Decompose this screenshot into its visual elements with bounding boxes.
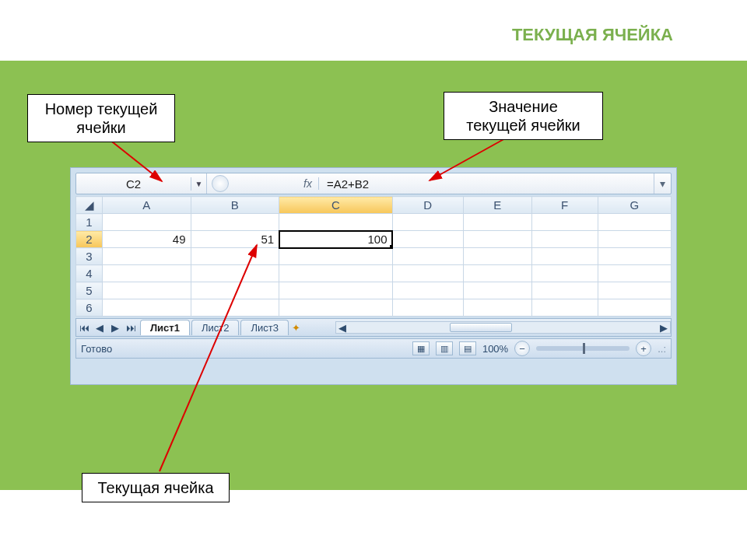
cell-F1[interactable] [531,214,598,231]
status-bar: Готово ▦ ▥ ▤ 100% − + ..: [75,338,672,359]
cell-C6[interactable] [279,299,392,317]
name-box-dropdown-icon[interactable]: ▼ [191,173,207,194]
cell-F6[interactable] [531,299,598,317]
cell-B3[interactable] [191,248,279,265]
cell-C3[interactable] [279,248,392,265]
formula-input[interactable]: =A2+B2 [319,177,654,191]
cell-C5[interactable] [279,282,392,299]
col-header-G[interactable]: G [598,197,671,214]
cell-A2[interactable]: 49 [103,231,191,248]
scroll-thumb[interactable] [450,323,512,332]
normal-view-icon[interactable]: ▦ [412,341,430,355]
col-header-F[interactable]: F [531,197,598,214]
formula-bar: C2 ▼ fx =A2+B2 ▾ [75,173,672,194]
row-header-2[interactable]: 2 [76,231,103,248]
status-ready: Готово [81,343,112,355]
worksheet-grid[interactable]: ◢ A B C D E F G 1 2 49 [75,196,672,317]
select-all-corner[interactable]: ◢ [76,197,103,214]
last-sheet-icon[interactable]: ⏭ [123,322,139,334]
cell-D2[interactable] [392,231,463,248]
sheet-tab-1[interactable]: Лист1 [140,320,190,335]
cell-F5[interactable] [531,282,598,299]
cell-E4[interactable] [463,265,531,282]
excel-window: C2 ▼ fx =A2+B2 ▾ ◢ A B C D E F G 1 [70,167,677,385]
cell-F4[interactable] [531,265,598,282]
name-box[interactable]: C2 [76,177,191,191]
new-sheet-icon[interactable]: ✦ [289,322,304,334]
sheet-tab-2[interactable]: Лист2 [191,320,239,335]
page-title: ТЕКУЩАЯ ЯЧЕЙКА [512,25,673,45]
sheet-tab-3[interactable]: Лист3 [240,320,288,335]
callout-formula-value: Значениетекущей ячейки [444,92,603,140]
cell-B4[interactable] [191,265,279,282]
scroll-left-icon[interactable]: ◀ [336,322,349,334]
col-header-E[interactable]: E [463,197,531,214]
zoom-in-icon[interactable]: + [636,341,651,356]
row-header-3[interactable]: 3 [76,248,103,265]
fx-icon[interactable]: fx [233,177,319,190]
scroll-right-icon[interactable]: ▶ [658,322,670,334]
cell-C4[interactable] [279,265,392,282]
cell-G1[interactable] [598,214,671,231]
callout-active-cell: Текущая ячейка [82,473,230,502]
cell-A3[interactable] [103,248,191,265]
sheet-tabs-row: ⏮ ◀ ▶ ⏭ Лист1 Лист2 Лист3 ✦ ◀ ▶ [75,318,672,337]
cell-G4[interactable] [598,265,671,282]
row-header-1[interactable]: 1 [76,214,103,231]
expand-formula-bar-icon[interactable]: ▾ [654,173,671,194]
callout-name-box: Номер текущейячейки [27,94,175,142]
cancel-formula-icon[interactable] [212,175,229,192]
row-header-5[interactable]: 5 [76,282,103,299]
cell-A6[interactable] [103,299,191,317]
resize-grip-icon[interactable]: ..: [658,343,666,355]
first-sheet-icon[interactable]: ⏮ [76,322,92,334]
zoom-slider[interactable] [536,346,630,351]
horizontal-scrollbar[interactable]: ◀ ▶ [335,321,671,334]
cell-F2[interactable] [531,231,598,248]
zoom-level[interactable]: 100% [482,343,508,355]
cell-E1[interactable] [463,214,531,231]
cell-C1[interactable] [279,214,392,231]
cell-B2[interactable]: 51 [191,231,279,248]
cell-D5[interactable] [392,282,463,299]
cell-E2[interactable] [463,231,531,248]
cell-C2[interactable]: 100 [279,231,392,248]
cell-G6[interactable] [598,299,671,317]
row-header-6[interactable]: 6 [76,299,103,317]
zoom-out-icon[interactable]: − [514,341,530,356]
cell-E6[interactable] [463,299,531,317]
col-header-A[interactable]: A [103,197,191,214]
cell-D3[interactable] [392,248,463,265]
cell-A1[interactable] [103,214,191,231]
cell-D1[interactable] [392,214,463,231]
page-break-view-icon[interactable]: ▤ [459,341,476,355]
cell-G3[interactable] [598,248,671,265]
page-layout-view-icon[interactable]: ▥ [436,341,453,355]
cell-F3[interactable] [531,248,598,265]
cell-G2[interactable] [598,231,671,248]
cell-E3[interactable] [463,248,531,265]
cell-D4[interactable] [392,265,463,282]
cell-B1[interactable] [191,214,279,231]
cell-E5[interactable] [463,282,531,299]
cell-B5[interactable] [191,282,279,299]
cell-D6[interactable] [392,299,463,317]
col-header-C[interactable]: C [279,197,392,214]
cell-A5[interactable] [103,282,191,299]
row-header-4[interactable]: 4 [76,265,103,282]
cell-A4[interactable] [103,265,191,282]
cell-B6[interactable] [191,299,279,317]
next-sheet-icon[interactable]: ▶ [107,322,123,334]
col-header-D[interactable]: D [392,197,463,214]
prev-sheet-icon[interactable]: ◀ [92,322,107,334]
cell-G5[interactable] [598,282,671,299]
col-header-B[interactable]: B [191,197,279,214]
